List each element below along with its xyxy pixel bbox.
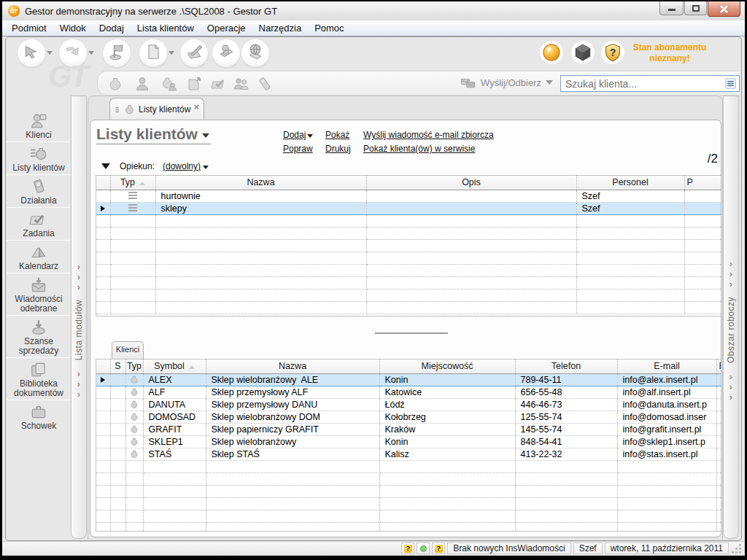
table-row[interactable]: DOMOSADSklep wielobranżowy DOMKołobrzeg1… [96, 411, 721, 423]
select-arrow-button[interactable] [18, 39, 45, 67]
menu-item-widok[interactable]: Widok [53, 20, 93, 36]
help-status-icon-2[interactable]: ? [432, 542, 445, 554]
svg-text:?: ? [610, 47, 616, 58]
phone-icon[interactable] [256, 75, 274, 93]
insert-ball-icon[interactable] [540, 41, 563, 64]
row-marker-icon [101, 206, 105, 211]
sidebar-item-kalendarz[interactable]: Kalendarz [7, 240, 71, 273]
table-row[interactable]: STAŚSklep STAŚKalisz413-22-32info@stas.i… [96, 448, 721, 460]
send-doc-icon[interactable] [185, 75, 203, 93]
edit-button[interactable] [180, 39, 208, 67]
column-header-nazwa[interactable]: Nazwa [206, 359, 379, 373]
column-header-telefon[interactable]: Telefon [515, 359, 617, 373]
workspace-collapse-bar[interactable]: › › › Obszar roboczy › › › [723, 96, 739, 539]
action-link-popraw[interactable]: Popraw [283, 144, 325, 154]
document-button[interactable] [139, 39, 167, 67]
chevron-icon: › [729, 383, 732, 391]
chevron-down-icon[interactable] [169, 51, 174, 55]
maximize-button[interactable] [684, 1, 707, 15]
sidebar-item-szanse-sprzeda-y[interactable]: Szanse sprzedaży [7, 315, 71, 357]
column-header-opis[interactable]: Opis [366, 176, 576, 190]
app-window: GT Gestor demonstracyjny na serwerze .\S… [2, 1, 745, 556]
sidebar-item-schowek[interactable]: Schowek [7, 400, 71, 432]
close-button[interactable] [708, 1, 740, 17]
window-title: Gestor demonstracyjny na serwerze .\SQL2… [25, 6, 277, 17]
tab-close-icon[interactable]: × [193, 101, 199, 112]
client-person-icon[interactable] [160, 75, 177, 93]
search-input[interactable] [561, 78, 724, 90]
send-receive-button[interactable]: Wyślij/Odbierz [459, 74, 553, 90]
calendar-icon [29, 243, 48, 262]
resize-grip[interactable] [732, 544, 741, 553]
column-header-symbol[interactable]: Symbol [143, 359, 206, 373]
splitter-handle[interactable] [375, 332, 448, 334]
sidebar-item-dzia-ania[interactable]: Działania [7, 174, 71, 207]
column-header-personel[interactable]: Personel [576, 176, 684, 190]
cube-icon[interactable] [571, 41, 595, 64]
column-header[interactable] [96, 359, 110, 373]
sidebar-item-biblioteka-dokument-w[interactable]: Biblioteka dokumentów [7, 357, 71, 400]
column-header-miejscowo-[interactable]: Miejscowość [379, 359, 515, 373]
stamp-button[interactable] [212, 39, 240, 67]
column-header-p[interactable]: P [684, 176, 721, 190]
tab-listy-klientow[interactable]: Listy klientów × [109, 98, 204, 120]
sidebar-item-klienci[interactable]: Klienci [7, 109, 71, 141]
column-header[interactable] [96, 176, 110, 190]
globe-button[interactable] [241, 39, 269, 67]
table-row[interactable]: ALFSklep przemysłowy ALFKatowice656-55-4… [96, 386, 721, 398]
group-icon[interactable] [233, 75, 250, 93]
title-bar: GT Gestor demonstracyjny na serwerze .\S… [2, 1, 745, 20]
filter-value[interactable]: (dowolny) [163, 161, 209, 171]
column-header-f[interactable]: F [716, 359, 721, 373]
help-status-icon[interactable]: ? [401, 542, 414, 554]
page-title[interactable]: Listy klientów [96, 125, 211, 144]
messages-status[interactable]: Brak nowych InsWiadomości [447, 542, 570, 554]
empty-row [96, 252, 721, 264]
sidebar-item-label: Szanse sprzedaży [7, 337, 71, 356]
action-link-poka-[interactable]: Pokaż [325, 130, 363, 140]
menu-item-operacje[interactable]: Operacje [201, 20, 252, 36]
sidebar-item-label: Zadania [23, 229, 54, 238]
table-row[interactable]: SKLEP1Sklep wielobranżowyKonin848-54-41i… [96, 435, 721, 448]
minimize-button[interactable] [659, 1, 684, 15]
task-check-icon[interactable] [210, 75, 228, 93]
sort-ascending-icon [189, 365, 195, 369]
menu-item-podmiot[interactable]: Podmiot [5, 20, 53, 36]
flag-button[interactable] [103, 39, 131, 67]
empty-row [96, 472, 721, 485]
action-link-poka-klienta-w-w-serwisie[interactable]: Pokaż klienta(ów) w serwisie [363, 144, 494, 154]
action-link-wy-lij-wiadomo-e-mail-zbiorcza[interactable]: Wyślij wiadomość e-mail zbiorcza [363, 130, 494, 140]
menu-item-dodaj[interactable]: Dodaj [93, 20, 131, 36]
client-type-icon [129, 449, 139, 459]
chevron-down-icon[interactable] [47, 51, 53, 55]
column-header-s[interactable]: S [110, 359, 125, 373]
table-row[interactable]: DANUTASklep przemysłowy DANUŁódź446-46-7… [96, 398, 721, 411]
action-link-drukuj[interactable]: Drukuj [325, 144, 363, 154]
table-row[interactable]: GRAFITSklep papierniczy GRAFITKraków145-… [96, 423, 721, 435]
table-row[interactable]: ALEXSklep wielobranżowy ALEKonin789-45-1… [96, 373, 721, 386]
sales-icon [29, 318, 48, 337]
client-jug-icon[interactable] [107, 75, 124, 93]
search-list-icon[interactable] [724, 77, 737, 90]
column-header-typ[interactable]: Typ [110, 176, 155, 190]
menu-item-pomoc[interactable]: Pomoc [308, 20, 350, 36]
row-marker-icon [101, 377, 105, 383]
person-icon[interactable] [133, 75, 151, 93]
column-header-e-mail[interactable]: E-mail [617, 359, 716, 373]
license-shield-icon[interactable]: ? [601, 41, 624, 64]
chevron-down-icon[interactable] [88, 51, 94, 55]
menu-item-narz-dzia[interactable]: Narzędzia [252, 20, 309, 36]
action-link-dodaj[interactable]: Dodaj [283, 130, 325, 140]
column-header-nazwa[interactable]: Nazwa [155, 176, 366, 190]
menu-item-lista-klient-w[interactable]: Lista klientów [131, 20, 201, 36]
modules-collapse-bar[interactable]: › › › Lista modułów › › › [71, 96, 87, 539]
sidebar-item-zadania[interactable]: Zadania [7, 207, 71, 240]
column-header-typ[interactable]: Typ [125, 359, 143, 373]
filter-dropdown-icon[interactable] [101, 163, 110, 169]
table-row[interactable]: sklepySzef [96, 202, 721, 214]
sidebar-item-listy-klient-w[interactable]: Listy klientów [7, 141, 71, 174]
tab-klienci[interactable]: Klienci [112, 341, 144, 359]
sidebar-item-wiadomo-ci-odebrane[interactable]: Wiadomości odebrane [7, 273, 71, 315]
table-row[interactable]: hurtownieSzef [96, 190, 721, 202]
workspace-bar-label: Obszar roboczy [726, 297, 736, 363]
